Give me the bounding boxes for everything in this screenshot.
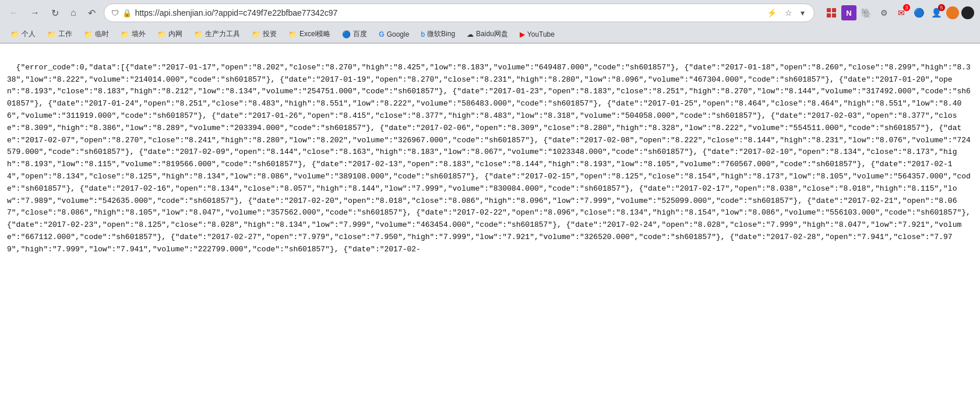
bookmark-label: 百度 — [353, 29, 367, 39]
folder-icon: 📁 — [47, 30, 56, 38]
cloud-icon: ☁ — [467, 30, 474, 38]
extension-user-icon[interactable]: 👤 5 — [929, 5, 944, 20]
folder-icon: 📁 — [121, 30, 129, 38]
svg-rect-3 — [832, 13, 836, 17]
reload-button[interactable]: ↻ — [48, 5, 62, 21]
folder-icon: 📁 — [252, 30, 260, 38]
bookmark-baidu[interactable]: 🔵 百度 — [337, 28, 372, 40]
bookmark-label: 微软Bing — [427, 29, 455, 39]
youtube-icon: ▶ — [520, 30, 525, 38]
extension-onenote-icon[interactable]: N — [841, 5, 856, 20]
bookmark-baidupan[interactable]: ☁ Baidu网盘 — [462, 28, 513, 40]
extension-evernote-icon[interactable]: 🐘 — [859, 5, 874, 20]
bookmark-label: Excel模略 — [299, 29, 330, 39]
security-shield-icon: 🛡 — [111, 9, 119, 17]
baidu-search-icon: 🔵 — [342, 30, 351, 38]
home-button[interactable]: ⌂ — [67, 5, 80, 20]
bookmark-label: 个人 — [22, 29, 36, 39]
extension-mail-icon[interactable]: ✉ 3 — [894, 5, 909, 20]
folder-icon: 📁 — [10, 30, 19, 38]
bookmark-label: 投资 — [263, 29, 277, 39]
extension-dark-icon[interactable] — [961, 6, 974, 19]
bookmark-label: 生产力工具 — [205, 29, 240, 39]
bookmark-star-icon[interactable]: ☆ — [782, 7, 795, 19]
bookmark-label: 墙外 — [132, 29, 146, 39]
page-content: {"error_code":0,"data":[{"date":"2017-01… — [0, 44, 980, 407]
bookmark-temp[interactable]: 📁 临时 — [79, 28, 114, 40]
extension-blue-icon[interactable]: 🔵 — [911, 5, 926, 20]
bookmark-label: YouTube — [527, 30, 555, 38]
lock-icon: 🔒 — [122, 9, 132, 17]
folder-icon: 📁 — [157, 30, 166, 38]
bookmark-outside[interactable]: 📁 墙外 — [116, 28, 150, 40]
bookmarks-bar: 📁 个人 📁 工作 📁 临时 📁 墙外 📁 内网 📁 生产力工具 📁 投资 � — [0, 26, 980, 43]
bing-icon: b — [421, 30, 425, 38]
back-button[interactable]: ← — [6, 5, 22, 20]
bookmark-label: 临时 — [95, 29, 109, 39]
extension-orange-icon[interactable] — [946, 6, 959, 19]
bookmark-work[interactable]: 📁 工作 — [43, 28, 77, 40]
bookmark-investment[interactable]: 📁 投资 — [247, 28, 281, 40]
folder-icon: 📁 — [288, 30, 297, 38]
history-button[interactable]: ↶ — [84, 5, 99, 21]
bookmark-excel[interactable]: 📁 Excel模略 — [284, 28, 335, 40]
google-icon: G — [379, 30, 384, 38]
json-response-text: {"error_code":0,"data":[{"date":"2017-01… — [7, 63, 975, 254]
dropdown-arrow-icon[interactable]: ▾ — [798, 7, 807, 19]
folder-icon: 📁 — [84, 30, 93, 38]
svg-rect-0 — [827, 8, 831, 12]
bookmark-bing[interactable]: b 微软Bing — [416, 28, 460, 40]
extension-settings-icon[interactable]: ⚙ — [876, 5, 891, 20]
extension-grid-icon[interactable] — [824, 5, 839, 20]
lightning-icon[interactable]: ⚡ — [764, 7, 779, 19]
address-bar-container: 🛡 🔒 ⚡ ☆ ▾ — [104, 3, 815, 22]
bookmark-intranet[interactable]: 📁 内网 — [153, 28, 187, 40]
svg-rect-1 — [832, 8, 836, 12]
bookmark-youtube[interactable]: ▶ YouTube — [515, 29, 559, 40]
bookmark-label: Baidu网盘 — [476, 29, 508, 39]
bookmark-label: Google — [387, 30, 410, 38]
browser-chrome: ← → ↻ ⌂ ↶ 🛡 🔒 ⚡ ☆ ▾ N 🐘 ⚙ ✉ 3 — [0, 0, 980, 44]
browser-extensions: N 🐘 ⚙ ✉ 3 🔵 👤 5 — [824, 5, 974, 20]
svg-rect-2 — [827, 13, 831, 17]
bookmark-productivity[interactable]: 📁 生产力工具 — [189, 28, 245, 40]
bookmark-personal[interactable]: 📁 个人 — [6, 28, 40, 40]
bookmark-label: 内网 — [168, 29, 182, 39]
nav-bar: ← → ↻ ⌂ ↶ 🛡 🔒 ⚡ ☆ ▾ N 🐘 ⚙ ✉ 3 — [0, 0, 980, 26]
address-input[interactable] — [135, 8, 761, 17]
forward-button[interactable]: → — [27, 5, 43, 20]
bookmark-label: 工作 — [58, 29, 72, 39]
bookmark-google[interactable]: G Google — [374, 29, 414, 40]
folder-icon: 📁 — [194, 30, 203, 38]
